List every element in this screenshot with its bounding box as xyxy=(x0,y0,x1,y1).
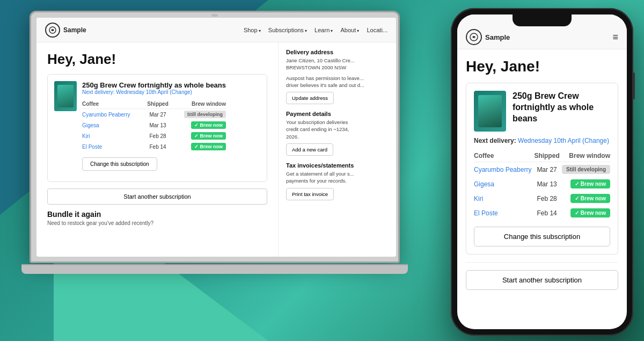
add-card-button[interactable]: Add a new card xyxy=(286,143,333,156)
phone-content: Hey, Jane! 250g Brew Crew fortnightly as… xyxy=(457,49,627,329)
phone-col-coffee: Coffee xyxy=(474,150,533,162)
phone-coffee-shipped: Feb 14 xyxy=(533,206,560,220)
coffee-table: Coffee Shipped Brew window Cyarumbo Peab… xyxy=(82,99,226,152)
phone-coffee-name[interactable]: El Poste xyxy=(474,206,533,220)
change-subscription-button[interactable]: Change this subscription xyxy=(82,157,157,171)
phone-page-title: Hey, Jane! xyxy=(466,58,618,75)
product-image xyxy=(54,81,77,111)
sidebar-payment-title: Payment details xyxy=(286,111,389,117)
phone-coffee-shipped: Mar 27 xyxy=(533,162,560,177)
coffee-name[interactable]: Cyarumbo Peaberry xyxy=(82,109,144,120)
sidebar-delivery-address: Jane Citizen, 10 Castillo Cre...BREWSTOW… xyxy=(286,57,389,71)
phone-side-button xyxy=(633,72,635,99)
phone-col-brew: Brew window xyxy=(560,150,610,162)
phone-coffee-shipped: Mar 13 xyxy=(533,177,560,191)
phone-start-subscription-button[interactable]: Start another subscription xyxy=(466,270,618,290)
col-brew: Brew window xyxy=(172,99,226,109)
phone-col-shipped: Shipped xyxy=(533,150,560,162)
sub-info: 250g Brew Crew fortnightly as whole bean… xyxy=(82,81,226,171)
table-row: Gigesa Mar 13 Brew now xyxy=(82,120,226,130)
brew-status-badge: Brew now xyxy=(191,121,226,129)
phone-logo-icon xyxy=(466,29,482,45)
coffee-name[interactable]: Kiri xyxy=(82,130,144,141)
coffee-status: Brew now xyxy=(172,130,226,141)
update-address-button[interactable]: Update address xyxy=(286,92,334,104)
nav-about[interactable]: About xyxy=(340,27,359,33)
phone-sub-title: 250g Brew Crew fortnightly as whole bean… xyxy=(513,91,610,124)
bundle-section: Bundle it again Need to restock gear you… xyxy=(47,210,267,226)
table-row: Kiri Feb 28 Brew now xyxy=(474,191,610,206)
brew-status-badge: Brew now xyxy=(191,143,226,150)
col-shipped: Shipped xyxy=(144,99,172,109)
hamburger-menu-icon[interactable]: ≡ xyxy=(612,32,618,42)
page-title: Hey, Jane! xyxy=(47,51,267,68)
logo-icon xyxy=(45,23,60,38)
table-row: Gigesa Mar 13 Brew now xyxy=(474,177,610,191)
table-row: Kiri Feb 28 Brew now xyxy=(82,130,226,141)
phone-coffee-name[interactable]: Gigesa xyxy=(474,177,533,191)
sidebar-tax: Tax invoices/statements Get a statement … xyxy=(286,162,389,200)
laptop-content: Hey, Jane! 250g Brew Crew fortnightly as… xyxy=(36,42,396,257)
phone-sub-next-delivery: Next delivery: Wednesday 10th April (Cha… xyxy=(474,137,610,144)
phone-sub-header: 250g Brew Crew fortnightly as whole bean… xyxy=(474,91,610,132)
nav-location[interactable]: Locati... xyxy=(367,27,387,33)
phone-notch xyxy=(513,14,572,26)
sub-title: 250g Brew Crew fortnightly as whole bean… xyxy=(82,81,226,89)
phone-change-subscription-button[interactable]: Change this subscription xyxy=(474,227,610,246)
phone-device: Sample ≡ Hey, Jane! 250g Brew Crew fortn… xyxy=(451,8,633,336)
sidebar-delivery-title: Delivery address xyxy=(286,49,389,55)
laptop-main: Hey, Jane! 250g Brew Crew fortnightly as… xyxy=(36,42,278,257)
coffee-status: Still developing xyxy=(172,109,226,120)
sidebar-delivery: Delivery address Jane Citizen, 10 Castil… xyxy=(286,49,389,104)
subscription-card: 250g Brew Crew fortnightly as whole bean… xyxy=(47,74,267,182)
coffee-shipped: Mar 13 xyxy=(144,120,172,130)
phone-coffee-name[interactable]: Kiri xyxy=(474,191,533,206)
table-row: El Poste Feb 14 Brew now xyxy=(474,206,610,220)
nav-shop[interactable]: Shop xyxy=(244,27,261,33)
sidebar-tax-text: Get a statement of all your s...payments… xyxy=(286,170,389,185)
col-coffee: Coffee xyxy=(82,99,144,109)
phone-logo-text: Sample xyxy=(485,33,510,41)
phone-divider xyxy=(466,262,618,263)
phone-screen: Sample ≡ Hey, Jane! 250g Brew Crew fortn… xyxy=(457,14,627,329)
phone-coffee-status: Brew now xyxy=(560,206,610,220)
sidebar-payment-text: Your subscription deliveriescredit card … xyxy=(286,119,389,140)
phone-subscription-card: 250g Brew Crew fortnightly as whole bean… xyxy=(466,83,618,255)
phone-coffee-status: Brew now xyxy=(560,177,610,191)
phone-coffee-status: Still developing xyxy=(560,162,610,177)
laptop-nav-items: Shop Subscriptions Learn About Locati... xyxy=(244,27,387,33)
phone-coffee-status: Brew now xyxy=(560,191,610,206)
laptop-logo: Sample xyxy=(45,23,86,38)
phone-logo: Sample xyxy=(466,29,510,45)
coffee-shipped: Feb 28 xyxy=(144,130,172,141)
brew-status-badge: Brew now xyxy=(191,132,226,140)
sub-header: 250g Brew Crew fortnightly as whole bean… xyxy=(54,81,260,171)
coffee-status: Brew now xyxy=(172,120,226,130)
brew-status-badge: Brew now xyxy=(570,194,610,203)
brew-status-badge: Brew now xyxy=(570,179,610,188)
start-subscription-button[interactable]: Start another subscription xyxy=(47,188,267,205)
product-img-inner xyxy=(57,85,74,107)
sidebar-payment: Payment details Your subscription delive… xyxy=(286,111,389,156)
nav-learn[interactable]: Learn xyxy=(314,27,333,33)
phone-sub-info: 250g Brew Crew fortnightly as whole bean… xyxy=(513,91,610,132)
bundle-subtitle: Need to restock gear you've added recent… xyxy=(47,220,267,226)
laptop-camera xyxy=(211,14,218,17)
change-link[interactable]: (Change) xyxy=(170,89,192,95)
table-row: El Poste Feb 14 Brew now xyxy=(82,141,226,152)
phone-change-link[interactable]: (Change) xyxy=(582,137,609,144)
coffee-name[interactable]: Gigesa xyxy=(82,120,144,130)
table-row: Cyarumbo Peaberry Mar 27 Still developin… xyxy=(474,162,610,177)
phone-coffee-name[interactable]: Cyarumbo Peaberry xyxy=(474,162,533,177)
laptop-body: Sample Shop Subscriptions Learn About Lo… xyxy=(30,11,400,263)
sidebar-delivery-note: Auspost has permission to leave...driver… xyxy=(286,75,389,89)
coffee-name[interactable]: El Poste xyxy=(82,141,144,152)
nav-subscriptions[interactable]: Subscriptions xyxy=(268,27,307,33)
phone-product-image xyxy=(474,91,506,132)
laptop-device: Sample Shop Subscriptions Learn About Lo… xyxy=(30,11,411,317)
coffee-status: Brew now xyxy=(172,141,226,152)
phone-coffee-table: Coffee Shipped Brew window Cyarumbo Peab… xyxy=(474,150,610,220)
print-invoice-button[interactable]: Print tax invoice xyxy=(286,188,334,200)
coffee-shipped: Mar 27 xyxy=(144,109,172,120)
phone-coffee-shipped: Feb 28 xyxy=(533,191,560,206)
